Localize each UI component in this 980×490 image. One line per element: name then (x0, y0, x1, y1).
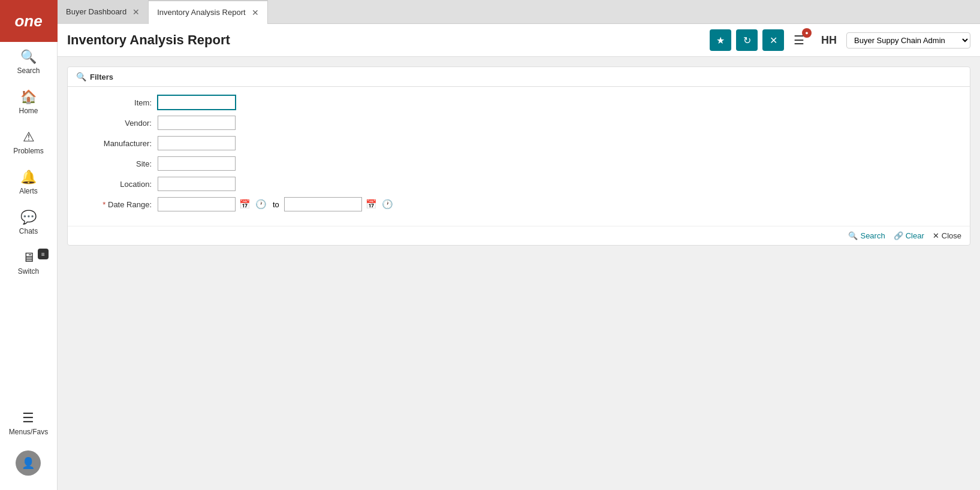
page-header: Inventory Analysis Report ★ ↻ ✕ ☰ ● HH B… (58, 24, 980, 57)
manufacturer-label: Manufacturer: (80, 139, 152, 148)
header-actions: ★ ↻ ✕ ☰ ● HH Buyer Suppy Chain Admin Adm… (710, 29, 970, 51)
sidebar-item-chats[interactable]: 💬 Chats (0, 202, 57, 243)
filter-icon: 🔍 (76, 72, 86, 81)
tab-inventory-analysis-label: Inventory Analysis Report (157, 8, 245, 17)
form-row-vendor: Vendor: (80, 116, 958, 130)
refresh-icon: ↻ (743, 35, 751, 46)
site-label: Site: (80, 159, 152, 168)
search-icon: 🔍 (20, 49, 37, 65)
filter-footer: 🔍 Search 🔗 Clear ✕ Close (68, 226, 970, 245)
notification-badge: ● (802, 28, 812, 38)
to-separator: to (273, 200, 279, 209)
clear-link-icon: 🔗 (894, 231, 903, 240)
tab-buyer-dashboard-label: Buyer Dashboard (66, 7, 126, 16)
filter-panel: 🔍 Filters Item: Vendor: Manufacturer: (67, 66, 970, 246)
refresh-button[interactable]: ↻ (736, 29, 758, 51)
manufacturer-input[interactable] (158, 136, 236, 150)
date-to-calendar-button[interactable]: 📅 (364, 199, 378, 210)
user-initials: HH (821, 34, 837, 47)
sidebar-item-menus[interactable]: ☰ Menus/Favs (7, 403, 50, 443)
sidebar-item-alerts[interactable]: 🔔 Alerts (0, 162, 57, 202)
tab-bar: Buyer Dashboard ✕ Inventory Analysis Rep… (58, 0, 980, 24)
sidebar-label-menus: Menus/Favs (9, 428, 48, 436)
date-range-label: Date Range: (80, 200, 152, 209)
search-link[interactable]: 🔍 Search (848, 231, 885, 240)
location-label: Location: (80, 180, 152, 189)
sidebar-item-problems[interactable]: ⚠ Problems (0, 122, 57, 162)
avatar[interactable]: 👤 (16, 450, 41, 476)
sidebar-label-switch: Switch (18, 267, 39, 276)
sidebar-label-chats: Chats (19, 227, 38, 235)
form-row-date-range: Date Range: 📅 🕐 to 📅 🕐 (80, 197, 958, 211)
sidebar-item-switch[interactable]: 🖥 ≡ Switch (0, 243, 57, 283)
clear-link[interactable]: 🔗 Clear (894, 231, 924, 240)
notification-wrap: ☰ ● (789, 31, 809, 50)
sidebar-label-alerts: Alerts (19, 187, 38, 195)
tab-buyer-dashboard[interactable]: Buyer Dashboard ✕ (58, 0, 149, 24)
filter-body: Item: Vendor: Manufacturer: Site: (68, 87, 970, 226)
filter-title: Filters (90, 72, 113, 81)
user-role-select[interactable]: Buyer Suppy Chain Admin Admin Manager (846, 32, 970, 49)
close-icon: ✕ (770, 35, 777, 46)
close-link-label: Close (942, 231, 961, 240)
item-label: Item: (80, 98, 152, 107)
sidebar-label-search: Search (17, 66, 40, 75)
search-link-icon: 🔍 (848, 231, 858, 240)
vendor-label: Vendor: (80, 119, 152, 128)
location-input[interactable] (158, 177, 236, 191)
close-link-icon: ✕ (933, 231, 939, 240)
page-title: Inventory Analysis Report (67, 32, 710, 48)
vendor-input[interactable] (158, 116, 236, 130)
filter-header: 🔍 Filters (68, 67, 970, 87)
chat-icon: 💬 (20, 210, 37, 225)
date-from-calendar-button[interactable]: 📅 (238, 199, 252, 210)
sidebar-label-problems: Problems (13, 147, 44, 155)
home-icon: 🏠 (20, 89, 37, 105)
star-icon: ★ (716, 35, 725, 46)
form-row-location: Location: (80, 177, 958, 191)
warning-icon: ⚠ (23, 129, 35, 145)
logo-text: one (14, 12, 42, 31)
date-to-clock-button[interactable]: 🕐 (381, 199, 394, 210)
sidebar: one 🔍 Search 🏠 Home ⚠ Problems 🔔 Alerts … (0, 0, 58, 490)
date-to-input[interactable] (284, 197, 362, 211)
sidebar-label-home: Home (19, 107, 38, 115)
date-from-clock-button[interactable]: 🕐 (254, 199, 268, 210)
close-link[interactable]: ✕ Close (933, 231, 961, 240)
content-area: 🔍 Filters Item: Vendor: Manufacturer: (58, 57, 980, 490)
tab-buyer-dashboard-close[interactable]: ✕ (132, 7, 140, 17)
menu-icon: ☰ (22, 410, 34, 426)
sidebar-item-avatar[interactable]: 👤 (7, 443, 50, 483)
form-row-manufacturer: Manufacturer: (80, 136, 958, 150)
close-report-button[interactable]: ✕ (762, 29, 784, 51)
avatar-icon: 👤 (22, 456, 35, 470)
main-area: Buyer Dashboard ✕ Inventory Analysis Rep… (58, 0, 980, 490)
date-from-input[interactable] (158, 197, 236, 211)
app-logo[interactable]: one (0, 0, 58, 42)
bell-icon: 🔔 (20, 170, 37, 185)
sidebar-item-home[interactable]: 🏠 Home (0, 82, 57, 122)
tab-inventory-analysis-close[interactable]: ✕ (252, 8, 259, 17)
switch-icon: 🖥 (22, 250, 35, 265)
switch-badge: ≡ (38, 249, 49, 259)
date-range-wrap: 📅 🕐 to 📅 🕐 (158, 197, 394, 211)
form-row-item: Item: (80, 95, 958, 110)
site-input[interactable] (158, 156, 236, 171)
sidebar-bottom: ☰ Menus/Favs 👤 (7, 403, 50, 490)
tab-inventory-analysis[interactable]: Inventory Analysis Report ✕ (149, 0, 267, 24)
form-row-site: Site: (80, 156, 958, 171)
item-input[interactable] (158, 95, 236, 110)
clear-link-label: Clear (906, 231, 924, 240)
favorite-button[interactable]: ★ (710, 29, 731, 51)
search-link-label: Search (860, 231, 885, 240)
sidebar-item-search[interactable]: 🔍 Search (0, 42, 57, 82)
